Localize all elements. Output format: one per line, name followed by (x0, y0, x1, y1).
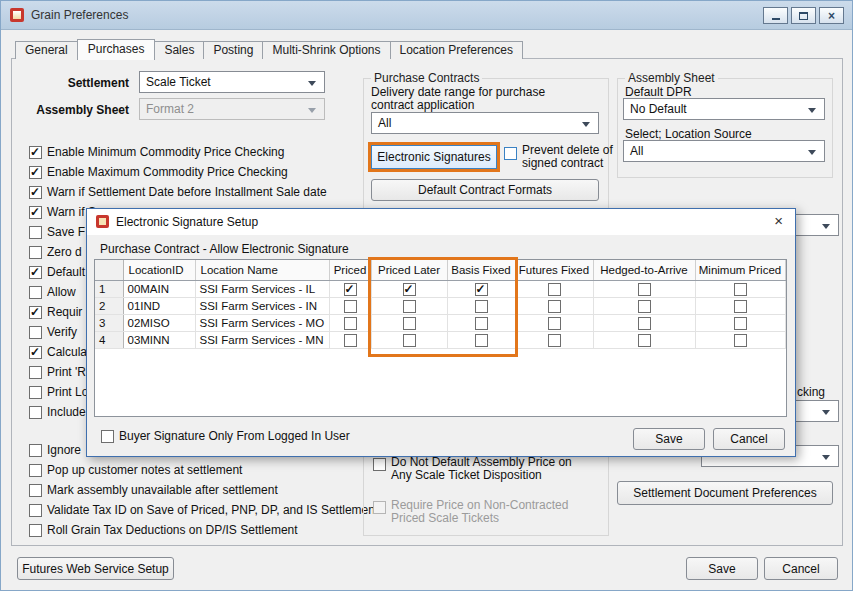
cell-location-id[interactable]: 02MISO (123, 314, 195, 331)
checkbox-print-lo-partial[interactable]: Print Lo (29, 386, 88, 399)
checkbox-box[interactable] (29, 226, 42, 239)
checkbox-roll-grain-tax-deductions[interactable]: Roll Grain Tax Deductions on DP/IS Settl… (29, 524, 298, 537)
basis-fixed-checkbox[interactable] (475, 334, 488, 347)
col-header-hedged-to-arrive[interactable]: Hedged-to-Arrive (593, 260, 695, 280)
checkbox-calculate-partial[interactable]: Calcula (29, 346, 87, 359)
col-header-minimum-priced[interactable]: Minimum Priced (695, 260, 785, 280)
assembly-sheet-combo[interactable]: Format 2 (139, 98, 325, 120)
basis-fixed-checkbox[interactable] (475, 300, 488, 313)
futures-fixed-checkbox[interactable] (548, 317, 561, 330)
cell-location-name[interactable]: SSI Farm Services - MO (195, 314, 329, 331)
checkbox-box[interactable] (29, 386, 42, 399)
checkbox-save-partial[interactable]: Save F (29, 226, 85, 239)
col-header-priced[interactable]: Priced (329, 260, 371, 280)
minimum-priced-checkbox[interactable] (734, 283, 747, 296)
checkbox-enable-min-price-checking[interactable]: Enable Minimum Commodity Price Checking (29, 146, 284, 159)
tab-general[interactable]: General (15, 41, 78, 59)
checkbox-popup-customer-notes[interactable]: Pop up customer notes at settlement (29, 464, 242, 477)
checkbox-box[interactable] (29, 166, 42, 179)
tab-sales[interactable]: Sales (154, 41, 204, 59)
checkbox-box[interactable] (29, 366, 42, 379)
footer-save-button[interactable]: Save (686, 557, 758, 580)
cell-location-id[interactable]: 03MINN (123, 331, 195, 348)
signature-locations-grid[interactable]: LocationID Location Name Priced Priced L… (94, 259, 787, 417)
col-header-basis-fixed[interactable]: Basis Fixed (447, 260, 515, 280)
col-header-location-name[interactable]: Location Name (195, 260, 329, 280)
dialog-close-icon[interactable]: × (774, 212, 783, 229)
priced-later-checkbox[interactable] (403, 317, 416, 330)
checkbox-box[interactable] (29, 464, 42, 477)
checkbox-zero-partial[interactable]: Zero d (29, 246, 82, 259)
cell-location-name[interactable]: SSI Farm Services - IN (195, 297, 329, 314)
priced-checkbox[interactable] (344, 317, 357, 330)
futures-fixed-checkbox[interactable] (548, 300, 561, 313)
checkbox-print-r-partial[interactable]: Print 'R (29, 366, 86, 379)
tab-purchases[interactable]: Purchases (77, 39, 156, 60)
do-not-default-assembly-price-checkbox[interactable]: Do Not Default Assembly Price onAny Scal… (373, 456, 572, 482)
window-titlebar[interactable]: Grain Preferences × (1, 1, 852, 30)
priced-later-checkbox[interactable] (403, 283, 416, 296)
row-number[interactable]: 2 (95, 297, 123, 314)
checkbox-include-partial[interactable]: Include (29, 406, 86, 419)
checkbox-box[interactable] (29, 484, 42, 497)
checkbox-default-partial[interactable]: Default (29, 266, 85, 279)
priced-checkbox[interactable] (344, 300, 357, 313)
prevent-delete-checkbox[interactable]: Prevent delete ofsigned contract (504, 144, 613, 170)
settlement-document-preferences-button[interactable]: Settlement Document Preferences (617, 481, 833, 505)
default-dpr-combo[interactable]: No Default (623, 98, 825, 120)
futures-fixed-checkbox[interactable] (548, 283, 561, 296)
checkbox-box[interactable] (29, 326, 42, 339)
checkbox-box[interactable] (373, 458, 386, 471)
modal-cancel-button[interactable]: Cancel (713, 428, 785, 450)
maximize-button[interactable] (791, 7, 816, 24)
checkbox-enable-max-price-checking[interactable]: Enable Maximum Commodity Price Checking (29, 166, 288, 179)
priced-later-checkbox[interactable] (403, 334, 416, 347)
checkbox-box[interactable] (29, 346, 42, 359)
checkbox-require-partial[interactable]: Requir (29, 306, 82, 319)
cell-location-name[interactable]: SSI Farm Services - IL (195, 280, 329, 297)
tab-multi-shrink-options[interactable]: Multi-Shrink Options (262, 41, 390, 59)
delivery-range-combo[interactable]: All (371, 112, 599, 134)
minimum-priced-checkbox[interactable] (734, 334, 747, 347)
checkbox-ignore-partial[interactable]: Ignore (29, 444, 81, 457)
minimize-button[interactable] (763, 7, 788, 24)
modal-save-button[interactable]: Save (633, 428, 705, 450)
cell-location-id[interactable]: 01IND (123, 297, 195, 314)
col-header-location-id[interactable]: LocationID (123, 260, 195, 280)
row-number[interactable]: 1 (95, 280, 123, 297)
col-header-priced-later[interactable]: Priced Later (371, 260, 447, 280)
checkbox-box[interactable] (504, 147, 517, 160)
checkbox-box[interactable] (101, 430, 114, 443)
priced-checkbox[interactable] (344, 334, 357, 347)
checkbox-box[interactable] (29, 246, 42, 259)
checkbox-box[interactable] (29, 266, 42, 279)
minimum-priced-checkbox[interactable] (734, 317, 747, 330)
priced-later-checkbox[interactable] (403, 300, 416, 313)
default-contract-formats-button[interactable]: Default Contract Formats (371, 179, 599, 201)
cell-location-id[interactable]: 00MAIN (123, 280, 195, 297)
close-button[interactable]: × (819, 7, 844, 24)
hedged-to-arrive-checkbox[interactable] (638, 334, 651, 347)
hedged-to-arrive-checkbox[interactable] (638, 317, 651, 330)
checkbox-mark-assembly-unavailable[interactable]: Mark assembly unavailable after settleme… (29, 484, 278, 497)
checkbox-box[interactable] (29, 504, 42, 517)
footer-cancel-button[interactable]: Cancel (764, 557, 838, 580)
minimum-priced-checkbox[interactable] (734, 300, 747, 313)
row-number[interactable]: 3 (95, 314, 123, 331)
priced-checkbox[interactable] (344, 283, 357, 296)
cell-location-name[interactable]: SSI Farm Services - MN (195, 331, 329, 348)
checkbox-box[interactable] (29, 444, 42, 457)
checkbox-box[interactable] (29, 206, 42, 219)
basis-fixed-checkbox[interactable] (475, 317, 488, 330)
electronic-signatures-button[interactable]: Electronic Signatures (371, 145, 497, 169)
checkbox-verify-partial[interactable]: Verify (29, 326, 77, 339)
tab-location-preferences[interactable]: Location Preferences (390, 41, 523, 59)
checkbox-box[interactable] (29, 306, 42, 319)
checkbox-warn-settlement-before-installment[interactable]: Warn if Settlement Date before Installme… (29, 186, 327, 199)
checkbox-box[interactable] (29, 406, 42, 419)
hedged-to-arrive-checkbox[interactable] (638, 283, 651, 296)
tab-posting[interactable]: Posting (203, 41, 263, 59)
hedged-to-arrive-checkbox[interactable] (638, 300, 651, 313)
dialog-titlebar[interactable]: Electronic Signature Setup × (87, 209, 795, 235)
futures-fixed-checkbox[interactable] (548, 334, 561, 347)
